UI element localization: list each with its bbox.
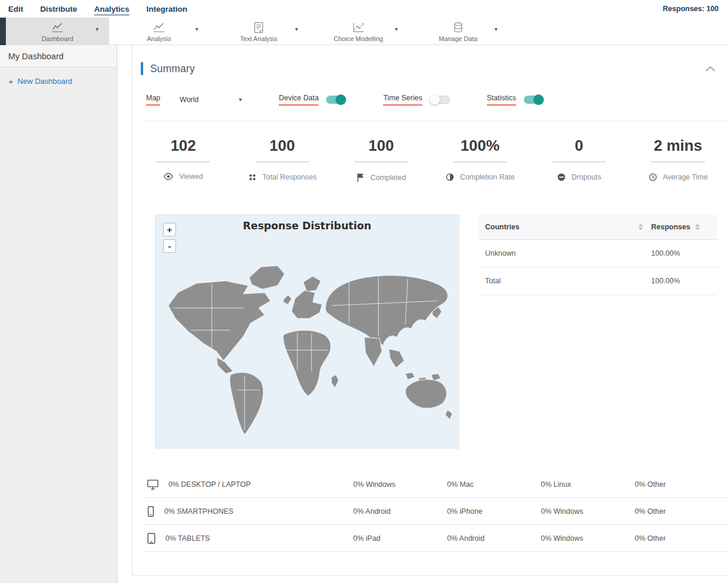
nav-items: Edit Distribute Analytics Integration: [8, 5, 187, 13]
stat-average-time: 2 mins Average Time: [628, 133, 727, 182]
stat-total-responses: 100 Total Responses: [233, 133, 332, 182]
map-select[interactable]: World ▾: [180, 96, 242, 104]
table-row: 0% TABLETS 0% iPad 0% Android 0% Windows…: [144, 525, 728, 552]
stat-value: 100: [368, 133, 394, 161]
toolbar-left-strip: [0, 18, 6, 45]
toggle-knob: [533, 94, 544, 105]
map-panel: Response Distribution + -: [155, 215, 459, 449]
stats-row: 102 Viewed 100: [133, 133, 728, 182]
accent-bar: [141, 62, 143, 75]
device-stat-cell: 0% Windows: [541, 507, 635, 516]
stat-completed: 100 Completed: [331, 133, 431, 182]
map-row: Response Distribution + -: [155, 215, 717, 449]
stat-underline: [255, 161, 309, 162]
sidebar-item-my-dashboard[interactable]: My Dashboard: [0, 45, 117, 67]
map-label: Map: [146, 94, 160, 106]
stat-label-text: Completed: [370, 174, 405, 182]
country-cell: Unknown: [485, 249, 638, 257]
divider: [144, 121, 728, 121]
toolbar-item-dashboard[interactable]: Dashboard ▾: [6, 18, 109, 45]
clock-icon: [648, 172, 658, 182]
responses-count: Responses: 100: [663, 5, 719, 13]
stat-label-text: Viewed: [179, 172, 203, 181]
chevron-down-icon[interactable]: ▾: [395, 26, 398, 32]
nav-edit[interactable]: Edit: [8, 5, 23, 13]
stat-underline: [354, 161, 408, 162]
device-stat-cell: 0% Other: [635, 507, 728, 516]
nav-distribute[interactable]: Distribute: [40, 5, 77, 13]
smartphone-icon: [147, 506, 155, 517]
stat-value: 100: [269, 133, 294, 161]
device-stat-cell: 0% Windows: [353, 480, 447, 489]
statistics-toggle[interactable]: [524, 96, 544, 104]
statistics-control: Statistics: [487, 94, 544, 106]
summary-header: Summary: [133, 45, 728, 75]
toolbar-item-manage-data[interactable]: Manage Data ▾: [408, 18, 508, 45]
chevron-down-icon[interactable]: ▾: [495, 26, 497, 32]
eye-icon: [163, 172, 174, 181]
toolbar-label-manage-data: Manage Data: [439, 35, 478, 42]
toggle-knob: [336, 94, 346, 105]
device-category-label: 0% SMARTPHONES: [164, 507, 233, 516]
table-row: Unknown 100.00%: [478, 240, 717, 267]
summary-card: Summary Map World ▾ Device Data: [132, 45, 728, 576]
device-stat-cell: 0% Mac: [447, 480, 541, 489]
countries-table: Countries Responses Unknown 100.00% Tota…: [478, 215, 717, 449]
zoom-in-button[interactable]: +: [163, 223, 176, 236]
stat-value: 102: [171, 133, 196, 161]
desktop-icon: [147, 479, 159, 490]
table-row: 0% SMARTPHONES 0% Android 0% iPhone 0% W…: [144, 498, 728, 525]
stat-underline: [651, 161, 705, 162]
responses-cell: 100.00%: [651, 277, 710, 285]
flag-icon: [356, 172, 365, 182]
stat-label-text: Average Time: [663, 173, 708, 181]
device-stat-cell: 0% Android: [353, 507, 447, 516]
nav-integration[interactable]: Integration: [147, 5, 188, 13]
line-chart-icon: [153, 22, 165, 33]
stat-value: 2 mins: [654, 133, 702, 161]
countries-column-header[interactable]: Countries: [485, 223, 638, 231]
stat-dropouts: 0 Dropouts: [530, 133, 629, 182]
time-series-toggle[interactable]: [430, 96, 450, 104]
sort-icon[interactable]: [695, 224, 700, 230]
device-stat-cell: 0% iPad: [353, 534, 447, 543]
map-title: Response Distribution: [155, 220, 459, 232]
half-circle-icon: [445, 172, 455, 182]
zoom-out-button[interactable]: -: [163, 239, 176, 253]
sort-icon[interactable]: [638, 224, 643, 230]
world-map[interactable]: [155, 236, 460, 448]
device-stat-cell: 0% iPhone: [447, 507, 541, 516]
responses-column-header[interactable]: Responses: [651, 223, 690, 231]
main-content: Summary Map World ▾ Device Data: [117, 45, 728, 583]
chevron-down-icon[interactable]: ▾: [96, 26, 99, 32]
stat-value: 100%: [460, 133, 500, 161]
map-select-value: World: [180, 96, 198, 104]
toolbar-item-choice-modelling[interactable]: Choice Modelling ▾: [309, 18, 408, 45]
toolbar: Dashboard ▾ Analysis ▾ Text Analysis ▾ C…: [0, 18, 728, 45]
toolbar-item-analysis[interactable]: Analysis ▾: [109, 18, 209, 45]
toolbar-label-dashboard: Dashboard: [42, 35, 73, 42]
device-category-label: 0% TABLETS: [165, 534, 210, 543]
device-data-toggle[interactable]: [326, 96, 346, 104]
chevron-down-icon[interactable]: ▾: [195, 26, 198, 32]
new-dashboard-button[interactable]: + New Dashboard: [0, 67, 117, 86]
document-icon: [253, 22, 264, 33]
nav-analytics[interactable]: Analytics: [94, 5, 130, 13]
chevron-up-icon[interactable]: [705, 66, 716, 72]
stat-label-text: Dropouts: [571, 173, 601, 181]
stat-completion-rate: 100% Completion Rate: [431, 133, 530, 182]
toolbar-label-text-analysis: Text Analysis: [240, 35, 277, 42]
device-stat-cell: 0% Linux: [541, 480, 635, 489]
responses-cell: 100.00%: [651, 249, 710, 257]
toolbar-item-text-analysis[interactable]: Text Analysis ▾: [209, 18, 309, 45]
dots-grid-icon: [248, 172, 257, 182]
my-dashboard-label: My Dashboard: [8, 52, 63, 61]
device-stat-cell: 0% Other: [635, 534, 728, 543]
device-table: 0% DESKTOP / LAPTOP 0% Windows 0% Mac 0%…: [144, 471, 728, 552]
chevron-down-icon[interactable]: ▾: [295, 26, 298, 32]
device-category-label: 0% DESKTOP / LAPTOP: [168, 480, 250, 489]
toolbar-label-choice-modelling: Choice Modelling: [334, 35, 383, 42]
statistics-label: Statistics: [487, 94, 516, 106]
table-row: 0% DESKTOP / LAPTOP 0% Windows 0% Mac 0%…: [144, 471, 728, 498]
stat-underline: [552, 161, 606, 162]
